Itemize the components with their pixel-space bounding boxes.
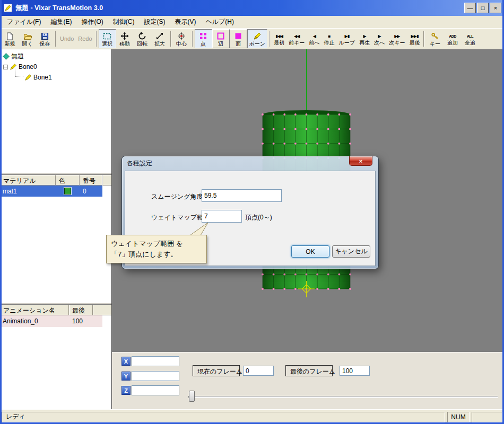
column-header-number[interactable]: 番号 — [80, 175, 102, 186]
new-button[interactable]: 新規 — [1, 29, 19, 48]
next-key-icon: ▶▶ — [394, 33, 399, 40]
scale-tool-button[interactable]: 拡大 — [151, 29, 169, 48]
toolbar-separator — [170, 31, 171, 47]
menu-edit[interactable]: 編集(E) — [46, 16, 76, 28]
smoothing-angle-input[interactable] — [202, 189, 282, 202]
next-key-button[interactable]: ▶▶次キー — [387, 29, 407, 48]
next-frame-button[interactable]: ▶次へ — [372, 29, 387, 48]
prev-key-icon: ◀◀ — [294, 33, 299, 40]
titlebar[interactable]: 無題 - Vixar TransMotion 3.0 — □ × — [0, 0, 504, 16]
save-button[interactable]: 保存 — [36, 29, 54, 48]
center-crosshair-icon — [177, 32, 186, 41]
selection-rect-icon — [103, 32, 111, 41]
face-mode-button[interactable]: 面 — [230, 29, 247, 48]
material-number: 0 — [80, 188, 102, 195]
app-icon — [4, 4, 12, 12]
menu-settings[interactable]: 設定(S) — [139, 16, 170, 28]
menu-operate[interactable]: 操作(O) — [76, 16, 108, 28]
add-key-button[interactable]: ADD 追加 — [444, 29, 461, 48]
point-mode-button[interactable]: 点 — [195, 29, 212, 48]
prev-frame-icon: ◀ — [313, 33, 316, 40]
column-header-color[interactable]: 色 — [56, 175, 80, 186]
toolbar-separator — [192, 31, 193, 47]
tree-item-label: Bone1 — [33, 74, 52, 81]
undo-button[interactable]: Undo — [58, 29, 76, 48]
tree-item-root[interactable]: 無題 — [0, 51, 111, 61]
x-axis-label: X — [121, 357, 131, 366]
dialog-titlebar[interactable]: 各種設定 — [125, 156, 376, 171]
move-arrows-icon — [120, 32, 129, 41]
weightmap-range-input[interactable] — [202, 210, 242, 223]
status-message: レディ — [2, 412, 445, 422]
bone-mode-icon — [253, 32, 262, 41]
first-frame-button[interactable]: ▮◀◀最初 — [272, 29, 286, 48]
key-button[interactable]: キー — [426, 29, 444, 48]
z-axis-label: Z — [121, 386, 131, 395]
ok-button[interactable]: OK — [291, 245, 329, 258]
loop-icon: ▶▮ — [344, 33, 349, 40]
tree-item-label: 無題 — [11, 52, 24, 61]
close-button[interactable]: × — [490, 3, 501, 13]
loop-button[interactable]: ▶▮ループ — [337, 29, 357, 48]
rotate-arrow-icon — [138, 32, 146, 41]
material-color-cell — [56, 188, 80, 195]
last-frame-icon: ▶▶▮ — [411, 33, 419, 40]
menu-view[interactable]: 表示(V) — [170, 16, 201, 28]
rotate-tool-button[interactable]: 回転 — [134, 29, 151, 48]
stop-button[interactable]: ■停止 — [322, 29, 337, 48]
y-axis-label: Y — [121, 372, 131, 381]
timeline-slider-track[interactable] — [188, 396, 498, 398]
column-header-animation-name[interactable]: アニメーション名 — [0, 305, 69, 315]
bone-mode-button[interactable]: ボーン — [247, 29, 267, 48]
cancel-button[interactable]: キャンセル — [332, 245, 370, 258]
toolbar-separator — [269, 31, 270, 47]
menu-help[interactable]: ヘルプ(H) — [201, 16, 239, 28]
callout-line1: ウェイトマップ範囲 を — [111, 238, 202, 249]
face-mode-icon — [234, 32, 242, 41]
current-frame-input[interactable] — [243, 366, 274, 376]
collapse-toggle-icon[interactable] — [3, 65, 8, 69]
timeline-slider-thumb[interactable] — [189, 391, 195, 402]
weightmap-range-label: ウェイトマップ範囲 — [151, 213, 210, 222]
column-header-filler — [93, 305, 111, 315]
last-frame-input[interactable] — [340, 366, 370, 376]
redo-button[interactable]: Redo — [76, 29, 94, 48]
maximize-button[interactable]: □ — [477, 3, 489, 13]
center-button[interactable]: 中心 — [173, 29, 190, 48]
add-icon: ADD — [449, 33, 456, 40]
menu-file[interactable]: ファイル(F) — [2, 16, 46, 28]
menu-control[interactable]: 制御(C) — [108, 16, 140, 28]
toolbar: 新規 開く 保存 Undo Redo 選択 移動 回転 拡大 — [0, 28, 504, 49]
stop-icon: ■ — [328, 33, 331, 40]
move-tool-button[interactable]: 移動 — [116, 29, 134, 48]
scene-tree: 無題 Bone0 Bone1 — [0, 49, 111, 173]
menubar: ファイル(F) 編集(E) 操作(O) 制御(C) 設定(S) 表示(V) ヘル… — [0, 16, 504, 28]
scale-arrows-icon — [155, 32, 164, 41]
callout-line2: 「7」頂点にします。 — [111, 249, 202, 260]
point-mode-icon — [199, 32, 207, 41]
select-tool-button[interactable]: 選択 — [99, 29, 116, 48]
play-button[interactable]: ▶再生 — [357, 29, 372, 48]
prev-key-button[interactable]: ◀◀前キー — [286, 29, 307, 48]
y-coordinate-input[interactable] — [132, 371, 179, 381]
prev-frame-button[interactable]: ◀前へ — [307, 29, 321, 48]
material-row[interactable]: mat1 0 — [0, 186, 102, 197]
column-header-filler — [102, 175, 111, 186]
last-frame-button[interactable]: ▶▶▮最後 — [407, 29, 422, 48]
material-name: mat1 — [0, 188, 56, 195]
z-coordinate-input[interactable] — [132, 385, 179, 395]
edge-mode-button[interactable]: 辺 — [212, 29, 230, 48]
save-floppy-icon — [41, 32, 49, 41]
x-coordinate-input[interactable] — [132, 356, 179, 366]
add-all-keys-button[interactable]: ALL 全追 — [461, 29, 479, 48]
callout-pointer — [185, 222, 209, 235]
dialog-title: 各種設定 — [127, 159, 152, 168]
toolbar-separator — [423, 31, 424, 47]
column-header-last[interactable]: 最後 — [69, 305, 93, 315]
minimize-button[interactable]: — — [464, 3, 476, 13]
animation-row[interactable]: Animation_0 100 — [0, 315, 102, 327]
column-header-material[interactable]: マテリアル — [0, 175, 56, 186]
dialog-close-button[interactable]: × — [349, 156, 372, 166]
add-all-icon: ALL — [467, 33, 473, 40]
open-button[interactable]: 開く — [19, 29, 36, 48]
